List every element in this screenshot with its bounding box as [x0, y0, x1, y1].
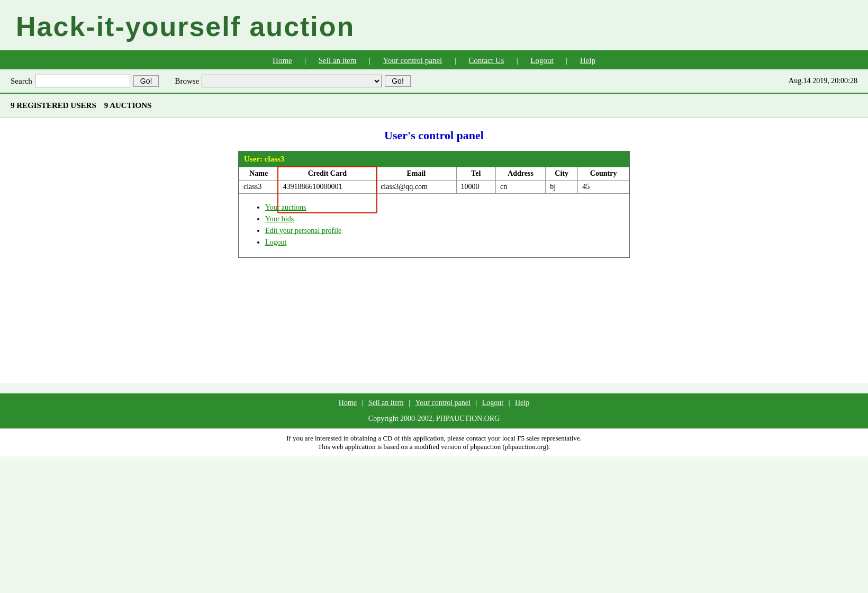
search-input[interactable] — [35, 75, 130, 87]
list-item: Logout — [265, 238, 613, 247]
footer-nav: Home | Sell an item | Your control panel… — [0, 393, 868, 412]
user-table: Name Credit Card Email Tel Address City … — [239, 167, 629, 194]
search-label: Search — [11, 77, 32, 86]
cell-country: 45 — [578, 181, 629, 194]
footer-nav-sell[interactable]: Sell an item — [365, 399, 407, 407]
list-item: Your bids — [265, 215, 613, 223]
search-go-button[interactable]: Go! — [133, 75, 159, 87]
control-panel-box: User: class3 Name Credit Card Email Tel … — [238, 151, 630, 258]
footer-sep-4: | — [509, 399, 510, 407]
stats-bar: 9 REGISTERED USERS 9 AUCTIONS — [0, 94, 868, 118]
panel-wrapper: Name Credit Card Email Tel Address City … — [239, 167, 629, 194]
nav-sep-1: | — [304, 56, 306, 65]
nav-home[interactable]: Home — [262, 56, 303, 65]
col-country: Country — [578, 167, 629, 181]
links-section: Your auctions Your bids Edit your person… — [239, 196, 629, 257]
cell-address: cn — [495, 181, 545, 194]
footer-sep-1: | — [362, 399, 364, 407]
link-logout[interactable]: Logout — [265, 238, 286, 246]
nav-sep-4: | — [517, 56, 518, 65]
nav-sep-3: | — [455, 56, 456, 65]
nav-sep-5: | — [566, 56, 567, 65]
footer-nav-help[interactable]: Help — [512, 399, 532, 407]
nav-sell[interactable]: Sell an item — [308, 56, 367, 65]
bottom-notice: If you are interested in obtaining a CD … — [0, 428, 868, 456]
notice-line1: If you are interested in obtaining a CD … — [5, 434, 863, 443]
copyright-text: Copyright 2000-2002, PHPAUCTION.ORG — [368, 415, 500, 423]
cell-credit-card: 4391886610000001 — [278, 181, 376, 194]
user-label: User: — [244, 155, 263, 163]
registered-users-label: REGISTERED USERS — [16, 101, 96, 110]
footer-nav-home[interactable]: Home — [336, 399, 360, 407]
cell-email: class3@qq.com — [376, 181, 456, 194]
notice-line2: This web application is based on a modif… — [5, 443, 863, 451]
datetime-display: Aug.14 2019, 20:00:28 — [789, 77, 857, 85]
footer-nav-logout[interactable]: Logout — [479, 399, 507, 407]
cell-name: class3 — [239, 181, 278, 194]
table-row: class3 4391886610000001 class3@qq.com 10… — [239, 181, 629, 194]
links-list: Your auctions Your bids Edit your person… — [265, 203, 613, 247]
nav-logout[interactable]: Logout — [520, 56, 564, 65]
col-credit-card: Credit Card — [278, 167, 376, 181]
col-email: Email — [376, 167, 456, 181]
col-address: Address — [495, 167, 545, 181]
nav-control-panel[interactable]: Your control panel — [372, 56, 453, 65]
site-title: Hack-it-yourself auction — [16, 11, 852, 42]
browse-go-button[interactable]: Go! — [385, 75, 411, 87]
nav-bar: Home | Sell an item | Your control panel… — [0, 52, 868, 69]
list-item: Edit your personal profile — [265, 227, 613, 235]
browse-select[interactable] — [202, 75, 382, 87]
auctions-count: 9 — [104, 101, 108, 110]
nav-contact[interactable]: Contact Us — [458, 56, 514, 65]
main-content: User's control panel User: class3 Name C… — [0, 118, 868, 383]
registered-users-count: 9 — [11, 101, 15, 110]
link-edit-profile[interactable]: Edit your personal profile — [265, 227, 341, 235]
auctions-label: AUCTIONS — [110, 101, 151, 110]
footer-copyright: Copyright 2000-2002, PHPAUCTION.ORG — [0, 412, 868, 428]
username-display: class3 — [265, 155, 285, 163]
footer-nav-control-panel[interactable]: Your control panel — [412, 399, 474, 407]
col-city: City — [546, 167, 578, 181]
col-name: Name — [239, 167, 278, 181]
link-your-bids[interactable]: Your bids — [265, 215, 294, 223]
footer-sep-3: | — [475, 399, 477, 407]
footer-sep-2: | — [409, 399, 410, 407]
search-bar: Search Go! Browse Go! Aug.14 2019, 20:00… — [0, 69, 868, 94]
header: Hack-it-yourself auction — [0, 0, 868, 52]
user-header: User: class3 — [239, 151, 629, 167]
cell-tel: 10000 — [456, 181, 495, 194]
nav-help[interactable]: Help — [569, 56, 606, 65]
nav-sep-2: | — [369, 56, 370, 65]
link-your-auctions[interactable]: Your auctions — [265, 203, 306, 211]
list-item: Your auctions — [265, 203, 613, 212]
cell-city: bj — [546, 181, 578, 194]
panel-title: User's control panel — [16, 129, 852, 142]
col-tel: Tel — [456, 167, 495, 181]
browse-label: Browse — [175, 77, 199, 86]
